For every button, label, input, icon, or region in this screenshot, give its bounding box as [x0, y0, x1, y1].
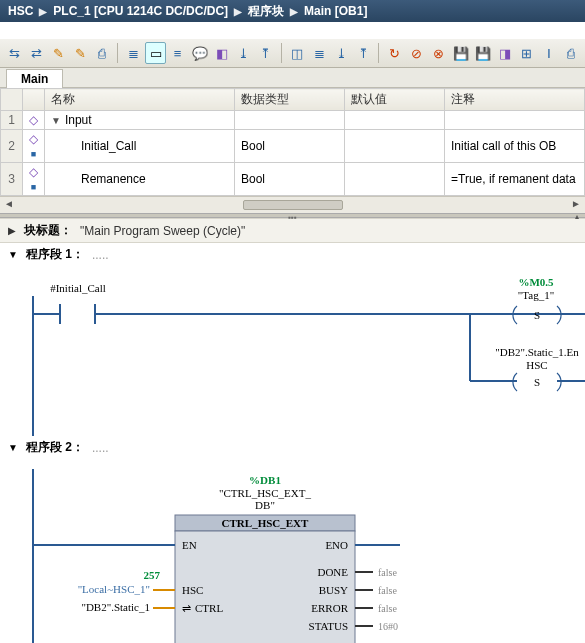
col-rownum — [1, 89, 23, 111]
tool-btn[interactable]: ◧ — [212, 42, 232, 64]
svg-text:S: S — [534, 309, 540, 321]
tool-btn[interactable]: ⊗ — [428, 42, 448, 64]
breadcrumb-seg[interactable]: 程序块 — [248, 3, 284, 20]
tool-btn[interactable]: ⊞ — [517, 42, 537, 64]
svg-text:ERROR: ERROR — [311, 602, 348, 614]
network-2-body[interactable]: %DB1 "CTRL_HSC_EXT_ DB" CTRL_HSC_EXT EN … — [0, 459, 585, 643]
chevron-up-icon[interactable]: ▴ — [575, 212, 579, 221]
table-row[interactable]: 3 ◇ ■ Remanence Bool =True, if remanent … — [1, 163, 585, 196]
tool-btn[interactable]: 💬 — [190, 42, 210, 64]
tool-btn[interactable]: ↻ — [384, 42, 404, 64]
tool-btn[interactable]: ⊘ — [406, 42, 426, 64]
expand-icon[interactable]: ▶ — [8, 225, 16, 236]
toolbar-separator — [117, 43, 118, 63]
tool-btn[interactable]: ▭ — [145, 42, 165, 64]
svg-text:false: false — [378, 585, 397, 596]
toolbar-separator — [281, 43, 282, 63]
tool-btn[interactable]: ✎ — [48, 42, 68, 64]
tool-btn[interactable]: ✎ — [70, 42, 90, 64]
editor-toolbar: ⇆ ⇄ ✎ ✎ ⎙ ≣ ▭ ≡ 💬 ◧ ⤓ ⤒ ◫ ≣ ⤓ ⤒ ↻ ⊘ ⊗ 💾 … — [0, 38, 585, 68]
tool-btn[interactable]: ⤒ — [256, 42, 276, 64]
tool-btn[interactable]: ◨ — [495, 42, 515, 64]
tool-btn[interactable]: ⎙ — [92, 42, 112, 64]
svg-text:HSC: HSC — [182, 584, 203, 596]
svg-text:false: false — [378, 567, 397, 578]
svg-text:257: 257 — [144, 569, 161, 581]
svg-text:%M0.5: %M0.5 — [518, 276, 554, 288]
tab-main[interactable]: Main — [6, 69, 63, 88]
toolbar-separator — [378, 43, 379, 63]
tool-btn[interactable]: Ⅰ — [539, 42, 559, 64]
table-row[interactable]: 1 ◇ ▼Input — [1, 111, 585, 130]
svg-text:CTRL: CTRL — [195, 602, 223, 614]
network-header[interactable]: ▼ 程序段 1： ..... — [0, 243, 585, 266]
tool-btn[interactable]: ⤒ — [353, 42, 373, 64]
col-name[interactable]: 名称 — [45, 89, 235, 111]
tool-btn[interactable]: ⇄ — [26, 42, 46, 64]
svg-text:"Tag_1": "Tag_1" — [518, 289, 554, 301]
svg-text:EN: EN — [182, 539, 197, 551]
svg-text:DONE: DONE — [317, 566, 348, 578]
svg-text:"Local~HSC_1": "Local~HSC_1" — [78, 583, 150, 595]
col-dtype[interactable]: 数据类型 — [235, 89, 345, 111]
svg-text:DB": DB" — [255, 499, 275, 511]
chevron-right-icon: ▶ — [232, 6, 244, 17]
tool-btn[interactable]: ⇆ — [4, 42, 24, 64]
svg-text:S: S — [534, 376, 540, 388]
tool-btn[interactable]: ≣ — [309, 42, 329, 64]
col-comment[interactable]: 注释 — [445, 89, 585, 111]
svg-text:false: false — [378, 603, 397, 614]
svg-text:STATUS: STATUS — [309, 620, 348, 632]
svg-text:ENO: ENO — [325, 539, 348, 551]
col-default[interactable]: 默认值 — [345, 89, 445, 111]
svg-text:BUSY: BUSY — [319, 584, 348, 596]
scroll-right-icon[interactable]: ► — [571, 198, 581, 209]
collapse-icon[interactable]: ▼ — [51, 115, 65, 126]
svg-text:"DB2".Static_1.En: "DB2".Static_1.En — [495, 346, 579, 358]
breadcrumb-seg[interactable]: PLC_1 [CPU 1214C DC/DC/DC] — [53, 4, 228, 18]
breadcrumb-seg[interactable]: HSC — [8, 4, 33, 18]
scroll-thumb[interactable] — [243, 200, 343, 210]
svg-text:CTRL_HSC_EXT: CTRL_HSC_EXT — [222, 517, 309, 529]
breadcrumb-seg[interactable]: Main [OB1] — [304, 4, 367, 18]
breadcrumb: HSC ▶ PLC_1 [CPU 1214C DC/DC/DC] ▶ 程序块 ▶… — [0, 0, 585, 22]
col-icon — [23, 89, 45, 111]
tool-btn[interactable]: ⤓ — [234, 42, 254, 64]
tool-btn[interactable]: ⤓ — [331, 42, 351, 64]
collapse-icon[interactable]: ▼ — [8, 249, 18, 260]
chevron-right-icon: ▶ — [288, 6, 300, 17]
chevron-right-icon: ▶ — [37, 6, 49, 17]
splitter[interactable]: ▪▪▪ ▴ — [0, 213, 585, 218]
interface-table: 名称 数据类型 默认值 注释 1 ◇ ▼Input 2 ◇ ■ Initial_… — [0, 88, 585, 196]
tool-btn[interactable]: ⎙ — [561, 42, 581, 64]
svg-text:#Initial_Call: #Initial_Call — [50, 282, 106, 294]
tool-btn[interactable]: ◫ — [287, 42, 307, 64]
svg-text:"CTRL_HSC_EXT_: "CTRL_HSC_EXT_ — [219, 487, 311, 499]
h-scrollbar[interactable]: ◄ ► — [0, 196, 585, 213]
svg-text:⇌: ⇌ — [182, 602, 191, 614]
network-1-body[interactable]: #Initial_Call %M0.5 "Tag_1" S "DB2".Stat… — [0, 266, 585, 436]
tool-btn[interactable]: 💾 — [473, 42, 493, 64]
tool-btn[interactable]: ≣ — [123, 42, 143, 64]
network-header[interactable]: ▼ 程序段 2： ..... — [0, 436, 585, 459]
svg-text:"DB2".Static_1: "DB2".Static_1 — [81, 601, 150, 613]
svg-text:16#0: 16#0 — [378, 621, 398, 632]
collapse-icon[interactable]: ▼ — [8, 442, 18, 453]
tool-btn[interactable]: 💾 — [451, 42, 471, 64]
svg-text:%DB1: %DB1 — [249, 474, 281, 486]
scroll-left-icon[interactable]: ◄ — [4, 198, 14, 209]
svg-text:HSC: HSC — [526, 359, 547, 371]
table-row[interactable]: 2 ◇ ■ Initial_Call Bool Initial call of … — [1, 130, 585, 163]
interface-tabs: Main — [0, 68, 585, 88]
tool-btn[interactable]: ≡ — [168, 42, 188, 64]
